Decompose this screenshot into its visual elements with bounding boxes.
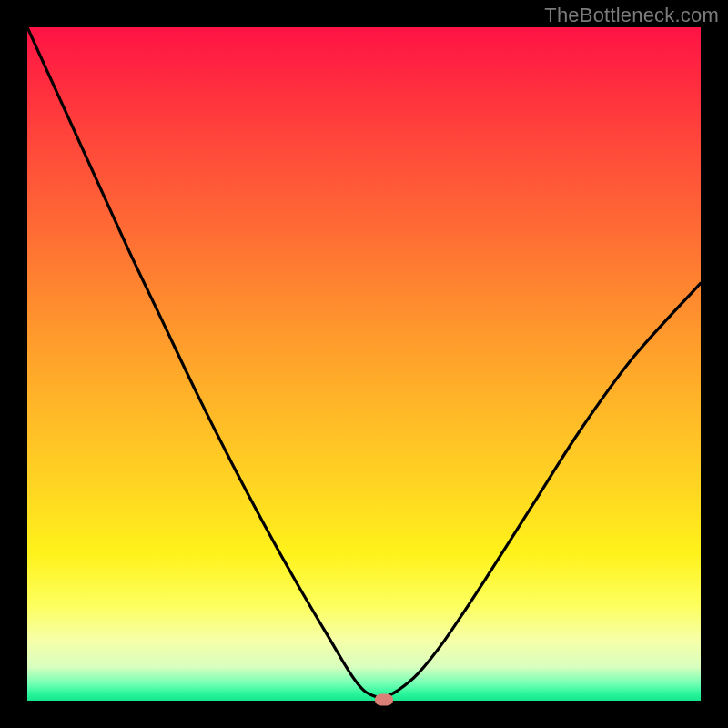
plot-area xyxy=(27,27,701,701)
optimum-marker xyxy=(375,693,393,705)
curve-svg xyxy=(27,27,701,701)
bottleneck-curve xyxy=(27,27,701,698)
chart-frame: TheBottleneck.com xyxy=(0,0,728,728)
watermark-text: TheBottleneck.com xyxy=(544,4,719,27)
